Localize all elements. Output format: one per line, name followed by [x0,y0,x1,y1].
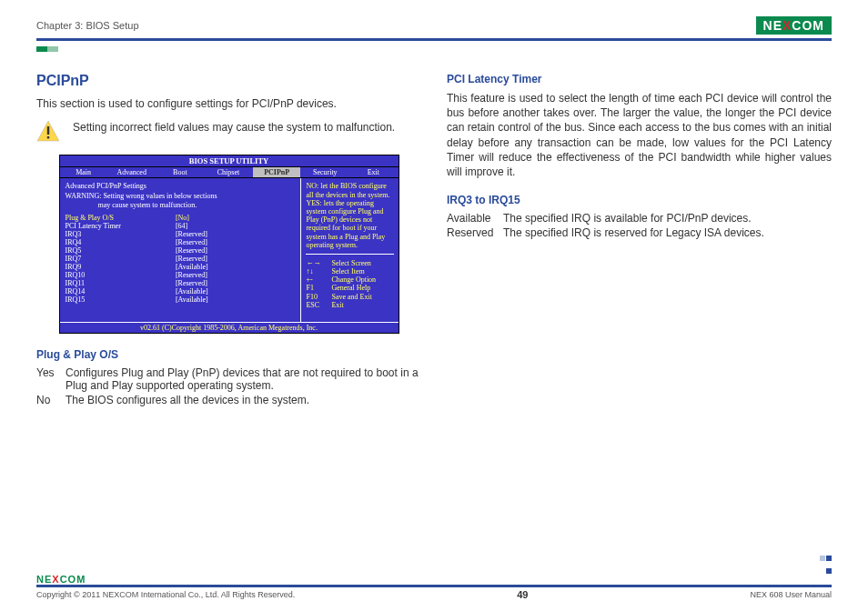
header-colorbar [36,42,69,47]
warning-text: Setting incorrect field values may cause… [73,120,421,135]
pnp-no-val: The BIOS configures all the devices in t… [66,394,309,406]
bios-row: IRQ9[Available] [66,263,296,271]
bios-menu-advanced: Advanced [108,167,156,177]
svg-rect-2 [47,136,49,138]
bios-menu-chipset: Chipset [205,167,253,177]
bios-warning: WARNING: Setting wrong values in below s… [66,192,296,208]
irq-avail-key: Available [447,212,498,225]
bios-row: IRQ14[Available] [66,287,296,295]
brand-logo: NEXCOM [756,16,832,35]
bios-help-row: F1General Help [306,284,393,292]
pnp-yes-key: Yes [36,366,60,392]
chapter-label: Chapter 3: BIOS Setup [36,20,139,31]
svg-rect-1 [47,126,49,135]
bios-menu-exit: Exit [349,167,398,177]
footer-decor [820,551,832,576]
footer-copyright: Copyright © 2011 NEXCOM International Co… [36,590,295,599]
bios-screenshot: BIOS SETUP UTILITY MainAdvancedBootChips… [59,155,399,334]
footer-rule [36,585,832,587]
bios-section-header: Advanced PCI/PnP Settings [66,182,296,190]
bios-title: BIOS SETUP UTILITY [60,155,399,167]
bios-help-row: +-Change Option [306,275,393,284]
bios-row: IRQ5[Reserved] [66,246,296,255]
bios-row: PCI Latency Timer[64] [66,222,296,230]
bios-right-pane: NO: let the BIOS configure all the devic… [301,178,398,322]
bios-help-text: NO: let the BIOS configure all the devic… [306,182,393,249]
bios-row: IRQ3[Reserved] [66,230,296,238]
plugplay-list: Yes Configures Plug and Play (PnP) devic… [36,366,421,406]
bios-row: Plug & Play O/S[No] [66,214,296,222]
irq-head: IRQ3 to IRQ15 [447,194,832,206]
right-column: PCI Latency Timer This feature is used t… [447,73,832,408]
bios-left-pane: Advanced PCI/PnP Settings WARNING: Setti… [60,178,302,322]
pnp-no-key: No [36,394,60,406]
irq-list: Available The specified IRQ is available… [447,212,832,239]
page-header: Chapter 3: BIOS Setup NEXCOM [36,16,832,35]
irq-avail-val: The specified IRQ is available for PCI/P… [503,212,752,225]
irq-res-val: The specified IRQ is reserved for Legacy… [503,226,764,239]
bios-row: IRQ10[Reserved] [66,271,296,279]
bios-help-row: ESCExit [306,301,393,309]
bios-footer: v02.61 (C)Copyright 1985-2006, American … [60,322,399,333]
bios-menu-security: Security [301,167,349,177]
footer-manual: NEX 608 User Manual [750,590,832,599]
bios-row: IRQ11[Reserved] [66,279,296,287]
bios-menu-pcipnp: PCIPnP [253,167,301,177]
page-footer: NEXCOM Copyright © 2011 NEXCOM Internati… [36,574,832,600]
intro-text: This section is used to configure settin… [36,96,421,111]
bios-menu-boot: Boot [156,167,205,177]
plugplay-head: Plug & Play O/S [36,348,421,361]
bios-help-row: ↑↓Select Item [306,267,393,275]
header-rule [36,38,832,41]
plt-body: This feature is used to select the lengt… [447,91,832,179]
warning-block: Setting incorrect field values may cause… [36,120,421,142]
bios-help-row: ←→Select Screen [306,259,393,267]
bios-menu: MainAdvancedBootChipsetPCIPnPSecurityExi… [60,167,399,178]
footer-logo: NEXCOM [36,574,832,585]
pnp-yes-val: Configures Plug and Play (PnP) devices t… [66,366,421,392]
left-column: PCIPnP This section is used to configure… [36,73,421,408]
bios-help-row: F10Save and Exit [306,293,393,301]
bios-row: IRQ4[Reserved] [66,238,296,246]
irq-res-key: Reserved [447,226,498,239]
section-title: PCIPnP [36,73,421,89]
footer-page: 49 [295,589,750,600]
bios-row: IRQ15[Available] [66,295,296,304]
plt-head: PCI Latency Timer [447,73,832,85]
bios-menu-main: Main [60,167,108,177]
warning-icon [36,120,60,142]
bios-row: IRQ7[Reserved] [66,255,296,263]
